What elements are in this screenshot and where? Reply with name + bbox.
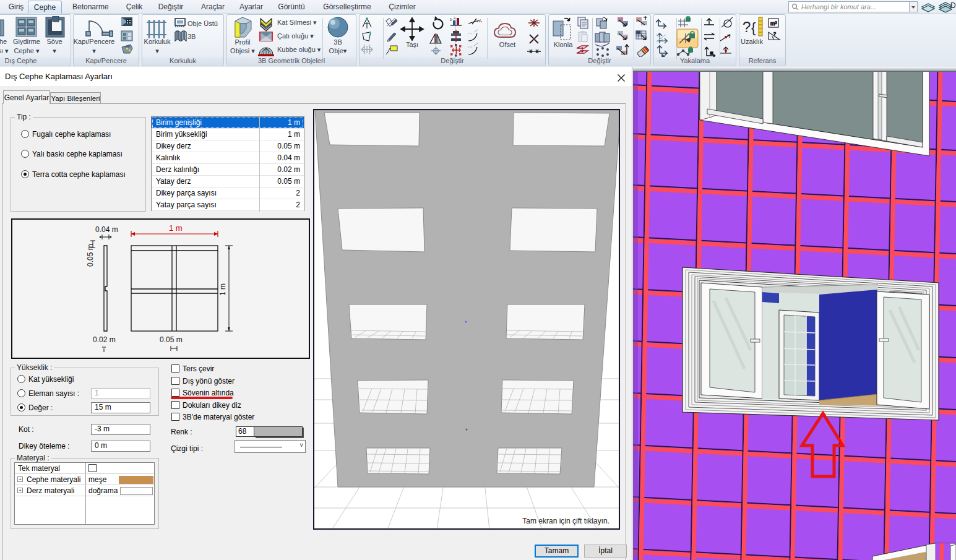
svg-text:0.04 m: 0.04 m xyxy=(95,225,118,234)
svg-text:1 m: 1 m xyxy=(169,223,183,233)
svg-text:Tam ekran için çift tıklayın.: Tam ekran için çift tıklayın. xyxy=(522,517,609,525)
svg-text:?: ? xyxy=(743,19,751,35)
svg-text:m²: m² xyxy=(770,20,777,27)
svg-text:0.05 m: 0.05 m xyxy=(160,335,183,344)
svg-text:{: { xyxy=(751,20,756,35)
svg-text:1: 1 xyxy=(450,17,452,21)
svg-text:1 m: 1 m xyxy=(218,283,227,296)
svg-text:0.02 m: 0.02 m xyxy=(93,335,116,344)
svg-text:?: ? xyxy=(773,32,776,36)
svg-text:2: 2 xyxy=(454,16,455,20)
